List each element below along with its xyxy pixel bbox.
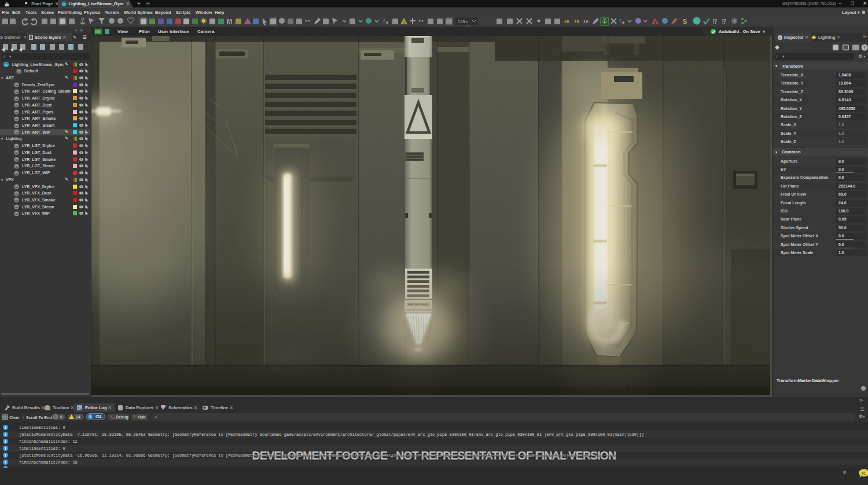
svg-text:20: 20 (574, 19, 579, 24)
svg-text:!: ! (654, 20, 656, 25)
svg-text:f: f (383, 19, 385, 25)
svg-text:f: f (619, 19, 621, 25)
svg-text:⁉: ⁉ (722, 19, 726, 25)
svg-text:61: 61 (862, 471, 866, 475)
svg-text:?: ? (733, 19, 736, 24)
svg-text:20: 20 (564, 19, 569, 24)
svg-text:S: S (683, 18, 687, 25)
svg-text:M: M (227, 18, 232, 25)
svg-text:10: 10 (583, 19, 589, 24)
svg-text:128 c: 128 c (458, 19, 469, 24)
svg-text:⁉: ⁉ (713, 19, 717, 25)
svg-text:!: ! (403, 20, 405, 25)
svg-text:?: ? (863, 46, 866, 50)
svg-text:i: i (779, 35, 781, 39)
